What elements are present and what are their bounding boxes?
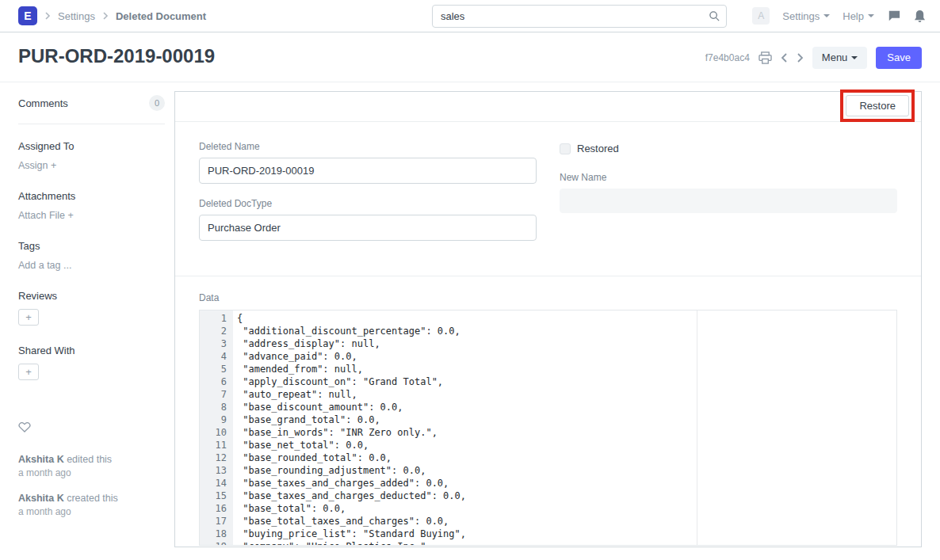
editor-text[interactable]: { "additional_discount_percentage": 0.0,…	[233, 310, 896, 545]
save-button[interactable]: Save	[876, 47, 922, 69]
form-card: Restore Deleted Name Deleted DocType Res…	[174, 91, 922, 547]
add-tag-link[interactable]: Add a tag ...	[18, 260, 71, 271]
editor-code-line[interactable]: "base_rounded_total": 0.0,	[237, 451, 896, 464]
navbar-help-dropdown[interactable]: Help	[843, 10, 874, 22]
tags-section: Tags Add a tag ...	[18, 240, 165, 271]
search-icon[interactable]	[709, 10, 720, 25]
form-column-left: Deleted Name Deleted DocType	[199, 141, 537, 255]
comments-row[interactable]: Comments 0	[18, 95, 165, 124]
shared-with-heading: Shared With	[18, 345, 165, 356]
editor-code-line[interactable]: "advance_paid": 0.0,	[237, 350, 896, 363]
deleted-name-field: Deleted Name	[199, 141, 537, 184]
next-doc-icon[interactable]	[797, 52, 804, 63]
new-name-label: New Name	[560, 172, 897, 183]
editor-code-line[interactable]: "company": "Unico Plastics Inc.",	[237, 540, 896, 545]
editor-code-line[interactable]: "base_discount_amount": 0.0,	[237, 401, 896, 413]
editor-code-line[interactable]: {	[237, 312, 896, 325]
form-fields: Deleted Name Deleted DocType Restored Ne…	[175, 122, 921, 276]
new-name-field: New Name	[560, 172, 897, 213]
navbar-help-label: Help	[843, 10, 864, 22]
add-share-button[interactable]: +	[18, 364, 39, 380]
deleted-doctype-input[interactable]	[199, 215, 537, 241]
activity-action: edited this	[67, 454, 112, 465]
breadcrumb-settings[interactable]: Settings	[58, 10, 95, 22]
editor-code-line[interactable]: "additional_discount_percentage": 0.0,	[237, 325, 896, 337]
like-icon[interactable]	[18, 421, 165, 435]
chevron-down-icon	[868, 14, 874, 17]
menu-button[interactable]: Menu	[812, 47, 868, 69]
user-avatar[interactable]: A	[752, 7, 770, 25]
editor-line-number: 6	[200, 375, 227, 388]
print-icon[interactable]	[758, 51, 772, 64]
assign-link[interactable]: Assign +	[18, 160, 56, 171]
activity-action: created this	[67, 493, 118, 504]
app-logo[interactable]: E	[18, 6, 37, 25]
editor-line-number: 11	[200, 439, 227, 451]
editor-code-line[interactable]: "buying_price_list": "Standard Buying",	[237, 528, 896, 540]
breadcrumb-separator-icon	[44, 11, 52, 21]
activity-user: Akshita K	[18, 493, 64, 504]
editor-code-line[interactable]: "base_taxes_and_charges_added": 0.0,	[237, 477, 896, 490]
doc-hash: f7e4b0ac4	[705, 52, 750, 63]
editor-code-line[interactable]: "base_grand_total": 0.0,	[237, 413, 896, 426]
add-review-button[interactable]: +	[18, 309, 39, 326]
editor-code-line[interactable]: "auto_repeat": null,	[237, 388, 896, 401]
editor-line-number: 19	[200, 540, 227, 546]
prev-doc-icon[interactable]	[781, 52, 788, 63]
chevron-down-icon	[823, 14, 830, 17]
navbar-right: A Settings Help	[752, 0, 926, 32]
editor-code-line[interactable]: "apply_discount_on": "Grand Total",	[237, 375, 896, 388]
annotation-highlight: Restore	[840, 90, 915, 122]
chevron-down-icon	[851, 56, 858, 59]
editor-line-number: 4	[200, 350, 227, 363]
editor-line-number: 7	[200, 388, 227, 401]
breadcrumb-deleted-document[interactable]: Deleted Document	[116, 10, 206, 22]
restored-field: Restored	[560, 143, 897, 154]
json-code-editor[interactable]: 12345678910111213141516171819 { "additio…	[199, 310, 897, 546]
restored-label: Restored	[577, 143, 619, 154]
editor-line-number: 9	[200, 413, 227, 426]
chat-icon[interactable]	[887, 10, 901, 22]
deleted-name-input[interactable]	[199, 158, 537, 184]
editor-code-line[interactable]: "amended_from": null,	[237, 363, 896, 375]
menu-button-label: Menu	[822, 51, 848, 63]
navbar-settings-dropdown[interactable]: Settings	[782, 10, 830, 22]
editor-print-margin	[697, 310, 697, 545]
editor-code-line[interactable]: "base_rounding_adjustment": 0.0,	[237, 464, 896, 477]
editor-code-line[interactable]: "base_in_words": "INR Zero only.",	[237, 426, 896, 439]
editor-line-number: 10	[200, 426, 227, 439]
activity-when: a month ago	[18, 467, 165, 478]
editor-line-number: 18	[200, 528, 227, 540]
editor-code-line[interactable]: "base_total_taxes_and_charges": 0.0,	[237, 515, 896, 528]
activity-edited: Akshita K edited this a month ago	[18, 454, 165, 478]
editor-line-number: 12	[200, 451, 227, 464]
activity-created: Akshita K created this a month ago	[18, 493, 165, 517]
restore-button[interactable]: Restore	[846, 95, 909, 116]
form-sidebar: Comments 0 Assigned To Assign + Attachme…	[18, 95, 165, 531]
assigned-to-heading: Assigned To	[18, 140, 165, 152]
attach-file-link[interactable]: Attach File +	[18, 210, 74, 221]
breadcrumb-separator-icon	[101, 11, 109, 21]
assigned-to-section: Assigned To Assign +	[18, 140, 165, 171]
new-name-input	[560, 189, 897, 213]
data-label: Data	[199, 292, 897, 303]
tags-heading: Tags	[18, 240, 165, 252]
editor-code-line[interactable]: "base_total": 0.0,	[237, 502, 896, 515]
editor-line-number: 2	[200, 325, 227, 337]
editor-line-number: 3	[200, 337, 227, 350]
activity-user: Akshita K	[18, 454, 64, 465]
editor-line-number: 15	[200, 490, 227, 502]
editor-line-number: 17	[200, 515, 227, 528]
data-section: Data 12345678910111213141516171819 { "ad…	[175, 276, 921, 560]
global-search-input[interactable]	[432, 5, 727, 28]
deleted-doctype-field: Deleted DocType	[199, 198, 537, 241]
restored-checkbox[interactable]	[560, 143, 571, 154]
editor-code-line[interactable]: "base_taxes_and_charges_deducted": 0.0,	[237, 490, 896, 502]
bell-icon[interactable]	[914, 10, 926, 23]
editor-code-line[interactable]: "base_net_total": 0.0,	[237, 439, 896, 451]
editor-code-line[interactable]: "address_display": null,	[237, 337, 896, 350]
editor-line-number: 5	[200, 363, 227, 375]
page-actions: f7e4b0ac4 Menu Save	[705, 32, 922, 82]
navbar: E Settings Deleted Document A Settings H…	[0, 0, 940, 32]
breadcrumb: E Settings Deleted Document	[18, 0, 206, 32]
